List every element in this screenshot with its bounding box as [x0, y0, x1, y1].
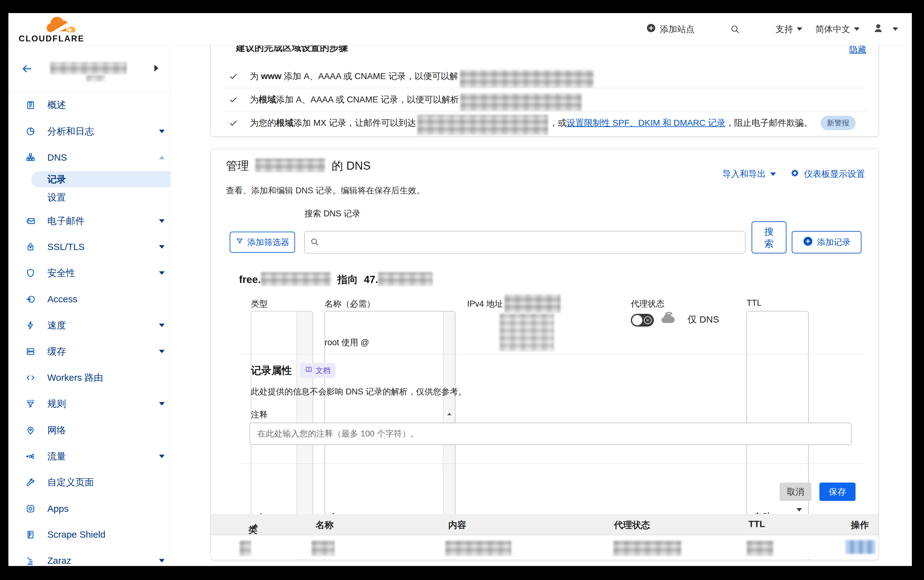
- sidebar-item-custom-pages[interactable]: 自定义页面: [8, 475, 170, 489]
- sidebar-item-apps[interactable]: Apps: [8, 502, 170, 516]
- redacted-cell-ttl: [746, 541, 773, 556]
- suggestions-title: 建议的完成区域设置的步骤: [236, 45, 348, 54]
- topbar-actions: 添加站点 支持 简体中文: [646, 22, 898, 36]
- sidebar-item-caching[interactable]: 缓存: [8, 344, 170, 358]
- search-button[interactable]: [730, 24, 740, 34]
- back-arrow-icon[interactable]: [21, 63, 33, 76]
- search-icon: [310, 237, 319, 248]
- redacted-cell-proxy: [613, 541, 681, 556]
- sidebar-item-dns[interactable]: DNS: [8, 151, 170, 165]
- redacted-zone-name: [50, 62, 127, 74]
- redacted-text: [418, 115, 548, 135]
- comment-input[interactable]: [250, 423, 852, 445]
- overview-icon: [25, 100, 36, 110]
- wrench-icon: [25, 477, 36, 488]
- sidebar-item-workers[interactable]: Workers 路由: [8, 371, 170, 384]
- add-site-button[interactable]: 添加站点: [646, 23, 695, 35]
- support-menu[interactable]: 支持: [776, 23, 802, 35]
- page-title: 管理 的 DNS: [226, 158, 371, 174]
- chevron-up-icon: [159, 156, 164, 160]
- plus-circle-icon: [646, 23, 656, 35]
- docs-badge[interactable]: 文档: [300, 363, 335, 378]
- type-label: 类型: [251, 298, 268, 310]
- sidebar-item-dns-settings[interactable]: 设置: [8, 191, 170, 204]
- sidebar-item-traffic[interactable]: 流量: [8, 450, 170, 463]
- hide-link[interactable]: 隐藏: [849, 45, 866, 55]
- email-icon: [25, 216, 36, 226]
- search-submit-button[interactable]: 搜索: [751, 221, 786, 254]
- sidebar-item-email[interactable]: 电子邮件: [8, 214, 170, 228]
- sidebar-item-security[interactable]: 安全性: [8, 266, 170, 280]
- cancel-button[interactable]: 取消: [779, 483, 811, 501]
- sidebar-item-dns-records[interactable]: 记录: [31, 171, 170, 188]
- chevron-right-icon[interactable]: [155, 65, 158, 72]
- redacted-ip: [378, 272, 432, 286]
- sidebar: 概述 分析和日志 DNS 记录 设置 电子邮件: [8, 45, 171, 566]
- chevron-down-icon: [159, 350, 164, 353]
- gear-icon: [790, 168, 799, 180]
- sidebar-item-zaraz[interactable]: Zaraz: [8, 554, 170, 566]
- panel-header-actions: 导入和导出 仪表板显示设置: [722, 168, 865, 180]
- dns-table-row[interactable]: [211, 535, 878, 559]
- sidebar-item-access[interactable]: Access: [8, 292, 170, 306]
- suggestion-row-www: 为 www 添加 A、AAAA 或 CNAME 记录，以便可以解: [222, 64, 867, 88]
- import-export-menu[interactable]: 导入和导出: [722, 168, 776, 180]
- column-actions: 操作: [851, 519, 869, 531]
- redacted-domain: [261, 272, 331, 286]
- divider: [240, 354, 865, 354]
- redacted-text: [460, 70, 594, 87]
- chevron-down-icon: [159, 402, 164, 406]
- column-type[interactable]: 类型: [248, 519, 258, 529]
- dns-search-input[interactable]: [304, 231, 745, 254]
- redacted-zone-name-2: [86, 75, 105, 82]
- sidebar-item-network[interactable]: 网络: [8, 423, 170, 437]
- record-heading: free. 指向 47.: [239, 273, 432, 287]
- plus-circle-icon: [802, 236, 813, 249]
- chevron-down-icon: [159, 130, 164, 133]
- column-content[interactable]: 内容: [448, 519, 466, 531]
- sidebar-item-speed[interactable]: 速度: [8, 318, 170, 332]
- dns-search-field: [304, 231, 745, 254]
- column-ttl[interactable]: TTL: [748, 519, 765, 529]
- zone-switcher: [8, 45, 170, 92]
- sidebar-item-scrape-shield[interactable]: Scrape Shield: [8, 528, 170, 541]
- redacted-domain: [255, 158, 325, 172]
- cloudflare-logo[interactable]: CLOUDFLARE: [19, 16, 84, 43]
- language-menu[interactable]: 简体中文: [815, 23, 860, 35]
- app-window: CLOUDFLARE 添加站点 支持 简体中文: [8, 13, 912, 566]
- comment-label: 注释: [251, 409, 268, 420]
- redacted-cell-content: [446, 541, 511, 556]
- sidebar-item-ssl-tls[interactable]: SSL/TLS: [8, 240, 170, 254]
- add-filter-button[interactable]: 添加筛选器: [230, 232, 295, 253]
- root-hint: root 使用 @: [325, 337, 369, 348]
- new-alert-badge[interactable]: 新警报: [821, 116, 855, 130]
- record-attributes-title: 记录属性 文档: [251, 363, 335, 378]
- funnel-icon: [235, 237, 244, 247]
- user-icon: [873, 22, 884, 36]
- cloud-arrow-icon: [659, 310, 679, 326]
- traffic-icon: [25, 451, 36, 462]
- chevron-down-icon: [159, 324, 164, 327]
- sidebar-item-analytics[interactable]: 分析和日志: [8, 125, 170, 138]
- save-button[interactable]: 保存: [819, 483, 855, 501]
- cache-icon: [25, 346, 36, 357]
- dashboard-display-settings-link[interactable]: 仪表板显示设置: [790, 168, 865, 180]
- column-proxy[interactable]: 代理状态: [614, 519, 650, 531]
- chevron-down-icon: [770, 173, 776, 176]
- divider: [240, 463, 865, 464]
- column-name[interactable]: 名称: [316, 519, 334, 531]
- proxy-toggle[interactable]: ×: [631, 314, 654, 326]
- suggestion-row-root: 为根域添加 A、AAAA 或 CNAME 记录，以便可以解析: [222, 88, 867, 111]
- redacted-cell-actions: [845, 540, 875, 554]
- redacted-ip-overlay: [505, 295, 561, 313]
- ttl-label: TTL: [746, 298, 761, 308]
- sidebar-item-overview[interactable]: 概述: [8, 98, 170, 112]
- lock-icon: [25, 242, 36, 252]
- account-menu[interactable]: [873, 22, 898, 36]
- chevron-down-icon: [159, 559, 164, 563]
- add-record-button[interactable]: 添加记录: [792, 231, 862, 254]
- spf-dkim-dmarc-link[interactable]: 设置限制性 SPF、DKIM 和 DMARC 记录: [567, 118, 725, 128]
- sidebar-item-rules[interactable]: 规则: [8, 397, 170, 410]
- location-pin-icon: [25, 425, 36, 435]
- funnel-icon: [25, 399, 36, 409]
